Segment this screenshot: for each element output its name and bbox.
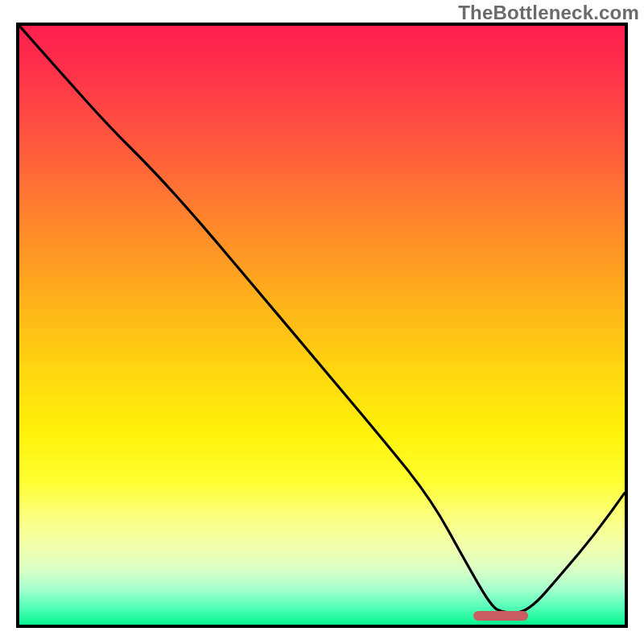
optimal-range-marker bbox=[473, 611, 528, 621]
watermark-text: TheBottleneck.com bbox=[458, 2, 639, 24]
bottleneck-curve-path bbox=[19, 26, 625, 613]
bottleneck-chart: TheBottleneck.com bbox=[0, 0, 644, 644]
curve-layer bbox=[19, 26, 625, 625]
plot-area bbox=[16, 23, 628, 628]
